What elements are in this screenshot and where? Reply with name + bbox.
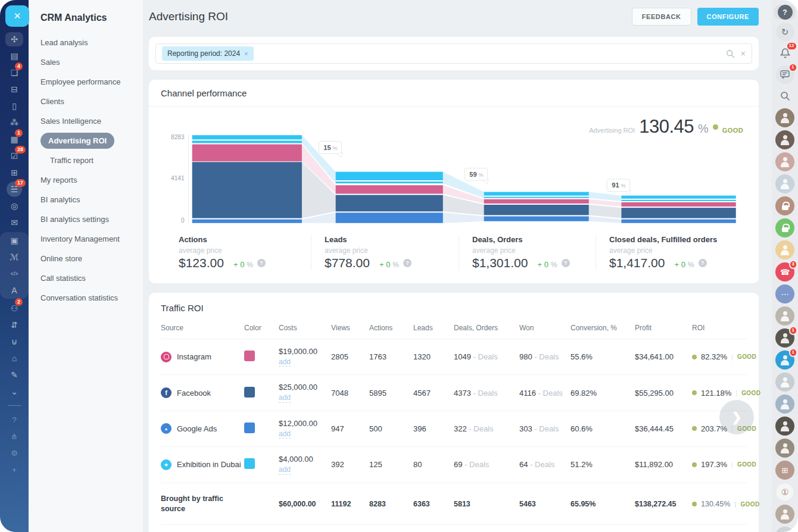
- share-icon[interactable]: ⋔: [0, 428, 29, 445]
- avatar-glasses[interactable]: [775, 439, 794, 458]
- store-icon[interactable]: ⌂: [0, 350, 29, 367]
- calendar-icon[interactable]: ▦1: [0, 131, 29, 148]
- filter-chip-reporting-period[interactable]: Reporting period: 2024 ×: [162, 46, 254, 61]
- chip-close-icon[interactable]: ×: [244, 50, 248, 57]
- col-won[interactable]: Won: [519, 317, 571, 339]
- avatar-camera-man[interactable]: 1: [775, 328, 794, 348]
- sidebar-item-conversation-statistics[interactable]: Conversation statistics: [29, 288, 143, 308]
- clear-filter-icon[interactable]: ×: [741, 49, 746, 58]
- avatar-woman[interactable]: [775, 373, 794, 392]
- sidebar-item-sales-intelligence[interactable]: Sales Intelligence: [29, 111, 143, 131]
- sidebar-item-traffic-report[interactable]: Traffic report: [29, 151, 143, 170]
- tasks-icon[interactable]: ☑28: [0, 148, 29, 164]
- sidebar-item-bi-analytics[interactable]: BI analytics: [29, 190, 143, 209]
- search-icon[interactable]: [726, 49, 735, 58]
- sidebar-item-inventory-management[interactable]: Inventory Management: [29, 229, 143, 249]
- gear-icon[interactable]: ⚙: [0, 445, 29, 461]
- sidebar-item-lead-analysis[interactable]: Lead analysis: [29, 33, 143, 52]
- close-menu-button[interactable]: ✕: [5, 5, 29, 27]
- avatar-birthday[interactable]: ①: [775, 483, 794, 502]
- avatar-grayhair[interactable]: [775, 306, 794, 326]
- color-swatch[interactable]: [244, 387, 255, 398]
- person-silhouette: [780, 311, 790, 321]
- search-button[interactable]: [776, 87, 794, 105]
- sidebar-item-employee-performance[interactable]: Employee performance: [29, 72, 143, 92]
- mail-icon[interactable]: ✉: [0, 214, 29, 231]
- avatar-lock-green[interactable]: [775, 218, 794, 237]
- help-icon[interactable]: ?: [0, 411, 29, 428]
- sidebar-item-my-reports[interactable]: My reports: [29, 170, 143, 190]
- help-icon[interactable]: ?: [403, 259, 412, 267]
- add-link[interactable]: add: [279, 430, 291, 439]
- col-source[interactable]: Source: [161, 317, 244, 339]
- col-conversion[interactable]: Conversion, %: [571, 317, 635, 339]
- notifications-button[interactable]: 12: [776, 44, 794, 62]
- chat-group[interactable]: ⋯: [775, 284, 794, 303]
- add-link[interactable]: add: [279, 393, 291, 402]
- document-icon[interactable]: ▯: [0, 98, 29, 114]
- col-leads[interactable]: Leads: [413, 317, 454, 339]
- avatar-shirt-man[interactable]: [775, 174, 794, 193]
- sidebar-item-sales[interactable]: Sales: [29, 52, 143, 72]
- avatar-dark-photo[interactable]: [775, 417, 794, 436]
- users-icon[interactable]: ⁂: [0, 114, 29, 131]
- avatar-fruit[interactable]: [775, 240, 794, 259]
- avatar-curly-hair[interactable]: [775, 130, 794, 149]
- pen-icon[interactable]: ✎: [0, 367, 29, 383]
- cart-icon[interactable]: ⊍: [0, 333, 29, 350]
- profit-value: $55,295.00: [635, 375, 692, 411]
- feed-icon[interactable]: ▤: [0, 48, 29, 64]
- col-costs[interactable]: Costs: [279, 317, 331, 339]
- color-swatch[interactable]: [244, 351, 255, 361]
- business-card[interactable]: ⊞: [775, 461, 794, 480]
- product-box-icon[interactable]: ▣: [0, 232, 29, 249]
- filter-search-input[interactable]: Reporting period: 2024 × ×: [155, 43, 752, 64]
- sliders-icon[interactable]: ⇵: [0, 317, 29, 333]
- col-views[interactable]: Views: [331, 317, 369, 339]
- sidebar-item-call-statistics[interactable]: Call statistics: [29, 268, 143, 288]
- col-actions[interactable]: Actions: [369, 317, 413, 339]
- add-link[interactable]: add: [279, 465, 291, 474]
- contact-card-icon[interactable]: ⊞: [0, 164, 29, 181]
- help-icon[interactable]: ?: [562, 259, 570, 267]
- help-icon[interactable]: ?: [699, 259, 707, 267]
- avatar-man[interactable]: [775, 108, 794, 127]
- feedback-button[interactable]: FEEDBACK: [632, 8, 691, 26]
- avatar-dog[interactable]: [775, 152, 794, 171]
- col-roi[interactable]: ROI: [692, 317, 747, 339]
- color-swatch[interactable]: [244, 423, 255, 433]
- avatar-partial[interactable]: [775, 527, 794, 532]
- marketing-icon[interactable]: ℳ: [0, 249, 29, 265]
- sidebar-item-clients[interactable]: Clients: [29, 92, 143, 111]
- avatar-curly2[interactable]: [775, 395, 794, 414]
- inbox-icon[interactable]: ⊟: [0, 81, 29, 98]
- plus-icon[interactable]: +: [0, 461, 29, 478]
- history-button[interactable]: ↻: [776, 23, 794, 41]
- pinwheel-icon[interactable]: ✣: [0, 31, 29, 48]
- col-color[interactable]: Color: [244, 317, 279, 339]
- chevron-down-icon[interactable]: ⌄: [0, 383, 29, 400]
- sidebar-item-advertising-roi[interactable]: Advertising ROI: [40, 133, 114, 149]
- color-swatch[interactable]: [244, 458, 255, 469]
- filter-icon[interactable]: ☱17: [0, 181, 29, 198]
- target-icon[interactable]: ◎: [0, 198, 29, 214]
- col-deals[interactable]: Deals, Orders: [454, 317, 519, 339]
- code-icon[interactable]: </>: [0, 265, 29, 282]
- sidebar-item-online-store[interactable]: Online store: [29, 249, 143, 268]
- sidebar-item-bi-analytics-settings[interactable]: BI analytics settings: [29, 209, 143, 229]
- avatar-city[interactable]: 1: [775, 351, 794, 370]
- chat-lines-button[interactable]: 1: [776, 65, 794, 84]
- letter-a-icon[interactable]: A: [0, 282, 29, 299]
- avatar-oldman[interactable]: [775, 505, 794, 524]
- configure-button[interactable]: CONFIGURE: [697, 8, 759, 26]
- col-profit[interactable]: Profit: [635, 317, 692, 339]
- scroll-right-button[interactable]: ❯: [719, 400, 754, 434]
- help-button[interactable]: ?: [774, 5, 796, 20]
- funnel-chart[interactable]: 82834141015%59%91%: [158, 132, 749, 228]
- help-icon[interactable]: ?: [257, 259, 266, 267]
- messenger-icon[interactable]: ❏4: [0, 64, 29, 81]
- phone-calls[interactable]: ☎3: [775, 262, 794, 281]
- robot-icon[interactable]: ⚇2: [0, 300, 29, 317]
- avatar-lock-brown[interactable]: [775, 196, 794, 215]
- add-link[interactable]: add: [279, 358, 291, 367]
